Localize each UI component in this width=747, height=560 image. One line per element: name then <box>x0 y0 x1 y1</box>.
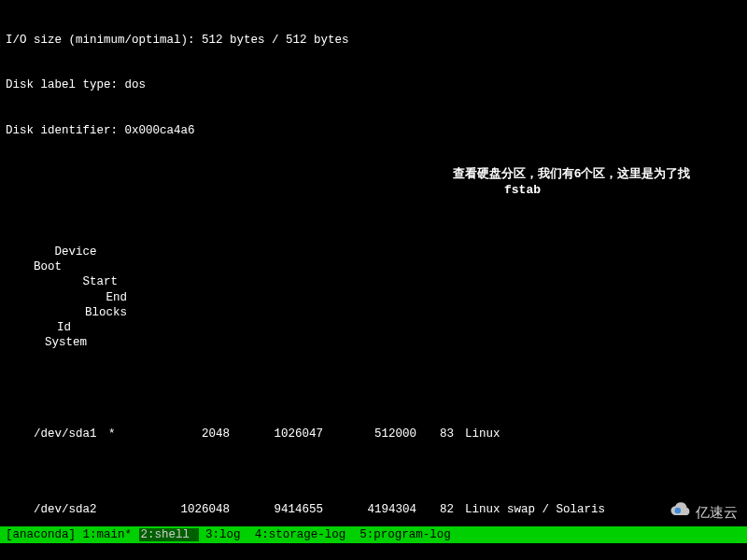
svg-point-0 <box>675 508 682 514</box>
annotation-text-1: 查看硬盘分区，我们有6个区，这里是为了找 <box>453 166 690 182</box>
tmux-statusbar: [anaconda] 1:main* 2:shell 3:log 4:stora… <box>0 526 747 543</box>
terminal-output: I/O size (minimum/optimal): 512 bytes / … <box>0 0 747 560</box>
annotation-text-2: fstab <box>504 183 541 199</box>
tab-main[interactable]: 1:main* <box>83 528 133 541</box>
disk-label-type: Disk label type: dos <box>6 77 741 92</box>
table-row: /dev/sda1*2048102604751200083Linux <box>6 412 741 457</box>
watermark: 亿速云 <box>668 501 738 523</box>
tab-shell[interactable]: 2:shell <box>139 528 199 541</box>
tab-log[interactable]: 3:log <box>205 528 241 541</box>
partition-table-header: Device Boot Start End Blocks Id System <box>6 230 741 366</box>
statusbar-prefix: [anaconda] <box>6 528 76 541</box>
io-size-line: I/O size (minimum/optimal): 512 bytes / … <box>6 33 741 48</box>
tab-program-log[interactable]: 5:program-log <box>359 528 451 541</box>
disk-identifier: Disk identifier: 0x000ca4a6 <box>6 123 741 138</box>
cloud-icon <box>668 501 692 523</box>
watermark-text: 亿速云 <box>696 503 738 522</box>
tab-storage-log[interactable]: 4:storage-log <box>255 528 346 541</box>
